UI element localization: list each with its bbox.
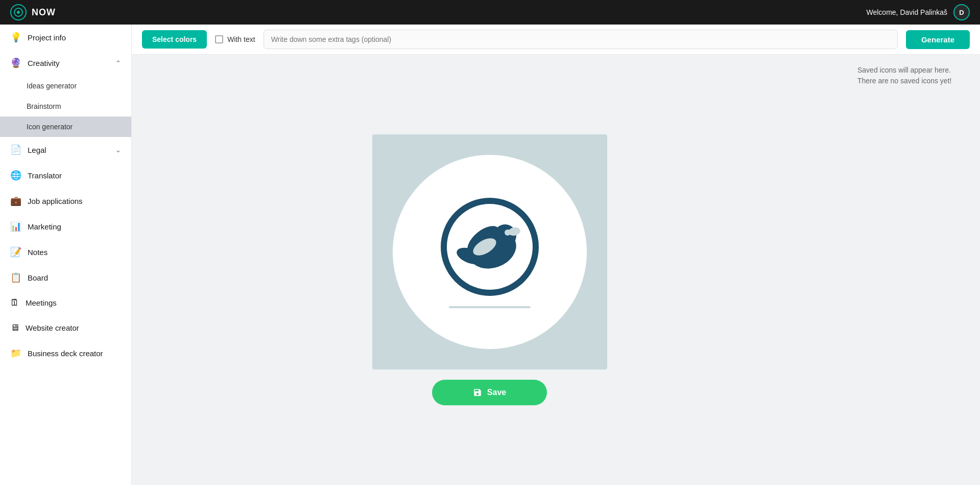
creativity-icon: 🔮 xyxy=(10,57,21,68)
sidebar-item-brainstorm[interactable]: Brainstorm xyxy=(0,96,131,117)
tags-input[interactable] xyxy=(264,30,898,49)
board-icon: 📋 xyxy=(10,272,21,283)
sidebar-item-translator[interactable]: 🌐 Translator xyxy=(0,163,131,188)
sidebar-item-icon-generator[interactable]: Icon generator xyxy=(0,117,131,137)
sidebar-item-legal[interactable]: 📄 Legal ⌄ xyxy=(0,137,131,163)
topnav-user: Welcome, David Palinkaš D xyxy=(867,4,970,20)
icon-canvas xyxy=(372,134,607,369)
creativity-submenu: Ideas generator Brainstorm Icon generato… xyxy=(0,76,131,137)
sidebar-label: Website creator xyxy=(26,324,121,332)
meetings-icon: 🗓 xyxy=(10,297,19,308)
icon-underline xyxy=(449,306,531,308)
save-button[interactable]: Save xyxy=(432,380,547,405)
topnav: NOW Welcome, David Palinkaš D xyxy=(0,0,980,25)
sidebar-label: Notes xyxy=(28,248,121,257)
app-logo xyxy=(10,4,27,20)
select-colors-button[interactable]: Select colors xyxy=(142,30,207,49)
job-applications-icon: 💼 xyxy=(10,195,21,206)
sidebar: 💡 Project info 🔮 Creativity ⌃ Ideas gene… xyxy=(0,25,132,485)
main-layout: 💡 Project info 🔮 Creativity ⌃ Ideas gene… xyxy=(0,25,980,485)
with-text-label: With text xyxy=(227,35,255,43)
topnav-brand: NOW xyxy=(10,4,56,20)
sidebar-label: Meetings xyxy=(26,298,121,307)
sidebar-item-project-info[interactable]: 💡 Project info xyxy=(0,25,131,50)
chevron-down-icon: ⌄ xyxy=(115,146,121,154)
toolbar: Select colors With text Generate xyxy=(132,25,980,55)
sidebar-label: Business deck creator xyxy=(28,349,121,358)
business-deck-icon: 📁 xyxy=(10,348,21,359)
sidebar-item-notes[interactable]: 📝 Notes xyxy=(0,239,131,265)
notes-icon: 📝 xyxy=(10,246,21,258)
sidebar-item-website-creator[interactable]: 🖥 Website creator xyxy=(0,315,131,340)
main-content: Select colors With text Generate xyxy=(132,25,980,485)
avatar[interactable]: D xyxy=(953,4,970,20)
logo-ring xyxy=(14,8,23,17)
app-title: NOW xyxy=(32,7,56,18)
project-info-icon: 💡 xyxy=(10,32,21,43)
sidebar-item-creativity[interactable]: 🔮 Creativity ⌃ xyxy=(0,50,131,76)
translator-icon: 🌐 xyxy=(10,170,21,181)
sidebar-label: Translator xyxy=(28,171,121,180)
sidebar-item-meetings[interactable]: 🗓 Meetings xyxy=(0,290,131,315)
sidebar-label: Job applications xyxy=(28,197,121,205)
with-text-group: With text xyxy=(215,35,255,43)
right-panel-empty-message: Saved icons will appear here. There are … xyxy=(857,66,951,85)
website-creator-icon: 🖥 xyxy=(10,322,19,333)
svg-point-6 xyxy=(505,229,511,236)
right-panel: Saved icons will appear here. There are … xyxy=(847,55,980,485)
sidebar-item-board[interactable]: 📋 Board xyxy=(0,265,131,290)
sidebar-label: Creativity xyxy=(28,59,109,67)
welcome-text: Welcome, David Palinkaš xyxy=(867,8,947,16)
canvas-area: Save Saved icons will appear here. There… xyxy=(132,55,980,485)
sidebar-item-business-deck-creator[interactable]: 📁 Business deck creator xyxy=(0,340,131,366)
sidebar-item-ideas-generator[interactable]: Ideas generator xyxy=(0,76,131,96)
canvas-center: Save xyxy=(132,55,847,485)
sidebar-item-job-applications[interactable]: 💼 Job applications xyxy=(0,188,131,214)
icon-svg-wrapper xyxy=(439,196,541,308)
sidebar-label: Marketing xyxy=(28,222,121,231)
sidebar-item-marketing[interactable]: 📊 Marketing xyxy=(0,214,131,239)
bird-icon-svg xyxy=(439,196,541,298)
generate-button[interactable]: Generate xyxy=(906,30,970,49)
sidebar-label: Legal xyxy=(28,146,109,154)
sidebar-label: Board xyxy=(28,273,121,282)
legal-icon: 📄 xyxy=(10,144,21,155)
icon-circle xyxy=(393,155,587,349)
save-icon xyxy=(473,388,482,397)
with-text-checkbox[interactable] xyxy=(215,35,223,43)
marketing-icon: 📊 xyxy=(10,221,21,232)
logo-dot xyxy=(17,11,20,14)
sidebar-label: Project info xyxy=(28,33,121,42)
chevron-up-icon: ⌃ xyxy=(115,59,121,67)
